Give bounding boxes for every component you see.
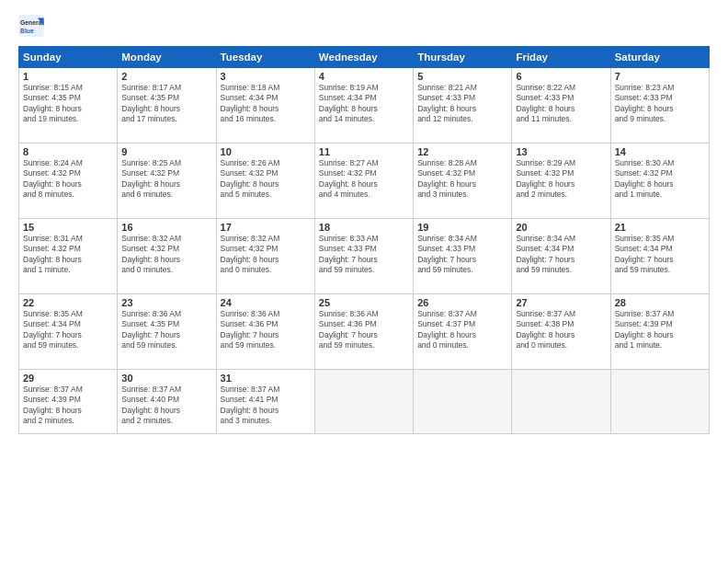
day-info: Sunrise: 8:36 AM Sunset: 4:35 PM Dayligh… bbox=[121, 309, 211, 351]
calendar-cell: 25Sunrise: 8:36 AM Sunset: 4:36 PM Dayli… bbox=[314, 294, 413, 370]
day-number: 19 bbox=[417, 222, 507, 233]
calendar-cell bbox=[314, 370, 413, 434]
day-number: 6 bbox=[516, 71, 606, 82]
header: General Blue bbox=[18, 15, 710, 37]
day-number: 15 bbox=[23, 222, 113, 233]
calendar-week-row: 29Sunrise: 8:37 AM Sunset: 4:39 PM Dayli… bbox=[19, 370, 710, 434]
calendar-cell: 9Sunrise: 8:25 AM Sunset: 4:32 PM Daylig… bbox=[118, 144, 216, 219]
calendar-cell: 24Sunrise: 8:36 AM Sunset: 4:36 PM Dayli… bbox=[216, 294, 314, 370]
day-info: Sunrise: 8:29 AM Sunset: 4:32 PM Dayligh… bbox=[516, 158, 606, 201]
day-number: 9 bbox=[121, 146, 211, 157]
day-info: Sunrise: 8:22 AM Sunset: 4:33 PM Dayligh… bbox=[516, 83, 606, 125]
calendar-week-row: 22Sunrise: 8:35 AM Sunset: 4:34 PM Dayli… bbox=[19, 294, 710, 370]
day-info: Sunrise: 8:36 AM Sunset: 4:36 PM Dayligh… bbox=[221, 309, 311, 351]
calendar-cell: 1Sunrise: 8:15 AM Sunset: 4:35 PM Daylig… bbox=[19, 68, 118, 144]
day-number: 11 bbox=[319, 146, 409, 157]
day-info: Sunrise: 8:34 AM Sunset: 4:34 PM Dayligh… bbox=[516, 234, 606, 276]
day-number: 10 bbox=[221, 146, 311, 157]
day-number: 13 bbox=[516, 146, 606, 157]
svg-text:Blue: Blue bbox=[20, 28, 34, 34]
day-info: Sunrise: 8:35 AM Sunset: 4:34 PM Dayligh… bbox=[23, 309, 113, 351]
day-info: Sunrise: 8:37 AM Sunset: 4:41 PM Dayligh… bbox=[221, 385, 311, 427]
calendar-cell: 23Sunrise: 8:36 AM Sunset: 4:35 PM Dayli… bbox=[118, 294, 216, 370]
calendar-cell bbox=[610, 370, 709, 434]
calendar-week-row: 15Sunrise: 8:31 AM Sunset: 4:32 PM Dayli… bbox=[19, 219, 710, 294]
day-number: 16 bbox=[121, 222, 211, 233]
calendar-cell: 22Sunrise: 8:35 AM Sunset: 4:34 PM Dayli… bbox=[19, 294, 118, 370]
day-info: Sunrise: 8:26 AM Sunset: 4:32 PM Dayligh… bbox=[221, 158, 311, 201]
calendar-cell: 21Sunrise: 8:35 AM Sunset: 4:34 PM Dayli… bbox=[610, 219, 709, 294]
day-info: Sunrise: 8:37 AM Sunset: 4:39 PM Dayligh… bbox=[615, 309, 705, 351]
day-info: Sunrise: 8:37 AM Sunset: 4:40 PM Dayligh… bbox=[121, 385, 211, 427]
day-info: Sunrise: 8:17 AM Sunset: 4:35 PM Dayligh… bbox=[121, 83, 211, 125]
calendar-cell: 27Sunrise: 8:37 AM Sunset: 4:38 PM Dayli… bbox=[512, 294, 610, 370]
day-number: 25 bbox=[319, 297, 409, 308]
page: General Blue SundayMondayTuesdayWednesda… bbox=[0, 0, 728, 563]
day-info: Sunrise: 8:24 AM Sunset: 4:32 PM Dayligh… bbox=[23, 158, 113, 201]
calendar-cell: 5Sunrise: 8:21 AM Sunset: 4:33 PM Daylig… bbox=[414, 68, 512, 144]
calendar-cell: 15Sunrise: 8:31 AM Sunset: 4:32 PM Dayli… bbox=[19, 219, 118, 294]
day-number: 30 bbox=[121, 373, 211, 384]
calendar-cell: 31Sunrise: 8:37 AM Sunset: 4:41 PM Dayli… bbox=[216, 370, 314, 434]
weekday-header-sunday: Sunday bbox=[19, 47, 118, 68]
day-info: Sunrise: 8:35 AM Sunset: 4:34 PM Dayligh… bbox=[615, 234, 705, 276]
day-number: 23 bbox=[121, 297, 211, 308]
calendar-cell: 29Sunrise: 8:37 AM Sunset: 4:39 PM Dayli… bbox=[19, 370, 118, 434]
calendar-week-row: 1Sunrise: 8:15 AM Sunset: 4:35 PM Daylig… bbox=[19, 68, 710, 144]
weekday-header-friday: Friday bbox=[512, 47, 610, 68]
weekday-header-row: SundayMondayTuesdayWednesdayThursdayFrid… bbox=[19, 47, 710, 68]
calendar-cell: 10Sunrise: 8:26 AM Sunset: 4:32 PM Dayli… bbox=[216, 144, 314, 219]
calendar-cell: 19Sunrise: 8:34 AM Sunset: 4:33 PM Dayli… bbox=[414, 219, 512, 294]
day-number: 7 bbox=[615, 71, 705, 82]
day-number: 28 bbox=[615, 297, 705, 308]
calendar-cell: 14Sunrise: 8:30 AM Sunset: 4:32 PM Dayli… bbox=[610, 144, 709, 219]
day-number: 29 bbox=[23, 373, 113, 384]
weekday-header-saturday: Saturday bbox=[610, 47, 709, 68]
day-info: Sunrise: 8:21 AM Sunset: 4:33 PM Dayligh… bbox=[417, 83, 507, 125]
calendar-body: 1Sunrise: 8:15 AM Sunset: 4:35 PM Daylig… bbox=[19, 68, 710, 434]
day-info: Sunrise: 8:18 AM Sunset: 4:34 PM Dayligh… bbox=[221, 83, 311, 125]
calendar-cell: 16Sunrise: 8:32 AM Sunset: 4:32 PM Dayli… bbox=[118, 219, 216, 294]
day-number: 2 bbox=[121, 71, 211, 82]
day-number: 22 bbox=[23, 297, 113, 308]
day-info: Sunrise: 8:36 AM Sunset: 4:36 PM Dayligh… bbox=[319, 309, 409, 351]
day-number: 1 bbox=[23, 71, 113, 82]
day-number: 17 bbox=[221, 222, 311, 233]
day-number: 31 bbox=[221, 373, 311, 384]
day-info: Sunrise: 8:34 AM Sunset: 4:33 PM Dayligh… bbox=[417, 234, 507, 276]
calendar-cell: 13Sunrise: 8:29 AM Sunset: 4:32 PM Dayli… bbox=[512, 144, 610, 219]
day-info: Sunrise: 8:31 AM Sunset: 4:32 PM Dayligh… bbox=[23, 234, 113, 276]
day-info: Sunrise: 8:32 AM Sunset: 4:32 PM Dayligh… bbox=[221, 234, 311, 276]
day-info: Sunrise: 8:33 AM Sunset: 4:33 PM Dayligh… bbox=[319, 234, 409, 276]
weekday-header-monday: Monday bbox=[118, 47, 216, 68]
day-info: Sunrise: 8:37 AM Sunset: 4:37 PM Dayligh… bbox=[417, 309, 507, 351]
day-number: 24 bbox=[221, 297, 311, 308]
weekday-header-tuesday: Tuesday bbox=[216, 47, 314, 68]
day-number: 5 bbox=[417, 71, 507, 82]
logo-icon: General Blue bbox=[18, 15, 44, 37]
calendar-cell: 28Sunrise: 8:37 AM Sunset: 4:39 PM Dayli… bbox=[610, 294, 709, 370]
calendar-cell bbox=[414, 370, 512, 434]
calendar-cell: 4Sunrise: 8:19 AM Sunset: 4:34 PM Daylig… bbox=[314, 68, 413, 144]
day-number: 12 bbox=[417, 146, 507, 157]
calendar-cell: 18Sunrise: 8:33 AM Sunset: 4:33 PM Dayli… bbox=[314, 219, 413, 294]
weekday-header-thursday: Thursday bbox=[414, 47, 512, 68]
day-number: 3 bbox=[221, 71, 311, 82]
day-info: Sunrise: 8:15 AM Sunset: 4:35 PM Dayligh… bbox=[23, 83, 113, 125]
calendar-week-row: 8Sunrise: 8:24 AM Sunset: 4:32 PM Daylig… bbox=[19, 144, 710, 219]
day-number: 14 bbox=[615, 146, 705, 157]
day-info: Sunrise: 8:30 AM Sunset: 4:32 PM Dayligh… bbox=[615, 158, 705, 201]
day-number: 20 bbox=[516, 222, 606, 233]
calendar-cell: 6Sunrise: 8:22 AM Sunset: 4:33 PM Daylig… bbox=[512, 68, 610, 144]
calendar-cell: 17Sunrise: 8:32 AM Sunset: 4:32 PM Dayli… bbox=[216, 219, 314, 294]
day-number: 27 bbox=[516, 297, 606, 308]
calendar-cell: 26Sunrise: 8:37 AM Sunset: 4:37 PM Dayli… bbox=[414, 294, 512, 370]
day-info: Sunrise: 8:37 AM Sunset: 4:39 PM Dayligh… bbox=[23, 385, 113, 427]
day-number: 26 bbox=[417, 297, 507, 308]
calendar-cell: 7Sunrise: 8:23 AM Sunset: 4:33 PM Daylig… bbox=[610, 68, 709, 144]
calendar-cell: 12Sunrise: 8:28 AM Sunset: 4:32 PM Dayli… bbox=[414, 144, 512, 219]
day-info: Sunrise: 8:37 AM Sunset: 4:38 PM Dayligh… bbox=[516, 309, 606, 351]
day-number: 4 bbox=[319, 71, 409, 82]
day-info: Sunrise: 8:23 AM Sunset: 4:33 PM Dayligh… bbox=[615, 83, 705, 125]
day-number: 8 bbox=[23, 146, 113, 157]
